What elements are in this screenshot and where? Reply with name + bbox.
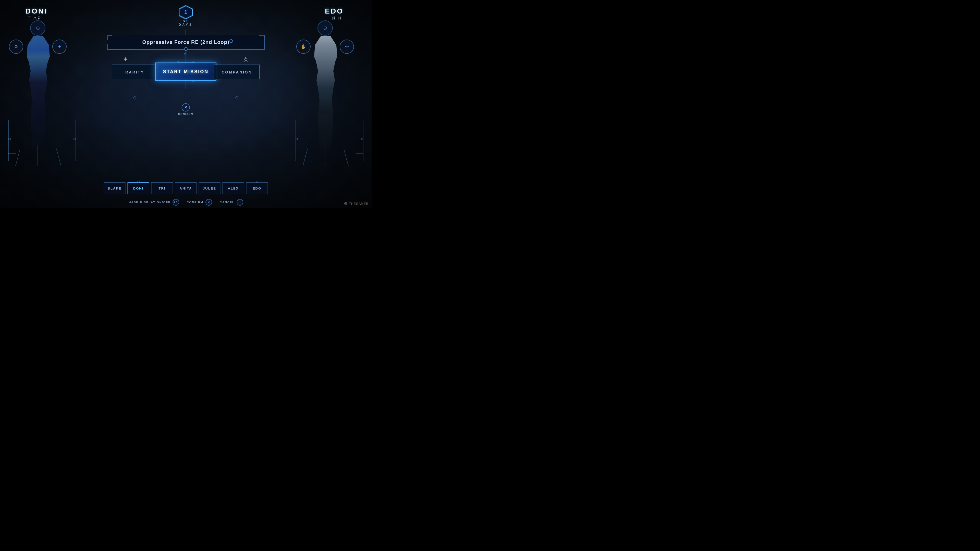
char-head-icon: ⊙: [30, 21, 45, 36]
rarity-box[interactable]: RARITY: [112, 65, 158, 79]
control-label: MASK DISPLAY ON/OFF: [128, 201, 170, 204]
char-selector-doni[interactable]: DONI: [127, 183, 149, 194]
char-figure-right: ⊙ ✋ ❈: [295, 21, 364, 166]
confirm-area: ✕ CONFIRM: [178, 103, 194, 116]
bracket-tl: [107, 35, 112, 40]
dot-left-lower: [8, 138, 11, 140]
char-selector-anita[interactable]: ANITA: [175, 183, 197, 194]
day-unit: DAYS: [179, 23, 193, 27]
control-badge: R3: [172, 199, 179, 206]
companion-box[interactable]: COMPANION: [214, 65, 260, 79]
flow-label-left: 主: [123, 56, 128, 62]
connector-v-right-1: [296, 120, 296, 161]
flow-diagram: 主 次 RARITY START MISSION COMPANION ✕ CON…: [107, 52, 265, 123]
bracket-tr: [259, 35, 264, 40]
control-label: CANCEL: [220, 201, 234, 204]
confirm-label: CONFIRM: [178, 113, 194, 116]
character-panel-right: EDO 陳 輝 ⊙ ✋ ❈: [290, 0, 372, 173]
char-icon-left-2[interactable]: ✦: [52, 40, 67, 54]
character-selector: BLAKEDONITRIANITAJULEEALEXEDO: [104, 183, 268, 194]
mission-title-box: Oppressive Force RE (2nd Loop): [107, 35, 265, 50]
bottom-control-mask-display-on/off[interactable]: MASK DISPLAY ON/OFFR3: [128, 199, 179, 206]
day-counter: 1 ST DAYS: [107, 5, 265, 27]
bottom-bar: MASK DISPLAY ON/OFFR3CONFIRM✕CANCEL○: [128, 199, 243, 206]
connector-v-right-2: [363, 120, 363, 161]
char-selector-tri[interactable]: TRI: [151, 183, 173, 194]
svg-point-16: [134, 97, 136, 99]
char-selector-blake[interactable]: BLAKE: [104, 183, 126, 194]
dot-left-lower-r: [296, 138, 298, 140]
char-selector-label: JULEE: [203, 186, 216, 190]
char-subtitle-right: 陳 輝: [332, 16, 342, 21]
char-selector-label: DONI: [133, 186, 144, 190]
char-selector-edo[interactable]: EDO: [246, 183, 268, 194]
char-selector-label: ALEX: [228, 186, 239, 190]
connector-v-left-2: [76, 120, 76, 161]
char-selector-label: BLAKE: [108, 186, 122, 190]
start-mission-button[interactable]: START MISSION: [155, 62, 216, 81]
char-selector-dot: [256, 181, 258, 183]
day-hexagon: 1: [179, 5, 193, 19]
mission-title-text: Oppressive Force RE (2nd Loop): [142, 39, 229, 45]
char-icon-right-2[interactable]: ❈: [340, 40, 354, 54]
char-body-right: [307, 36, 345, 153]
char-figure-left: ⊙ ⚙ ✦: [8, 21, 76, 166]
char-stand-right: [303, 145, 348, 166]
flow-label-right: 次: [243, 56, 248, 62]
control-badge: ✕: [205, 199, 212, 206]
watermark: ⚙ THEGAMER: [344, 201, 369, 206]
char-name-left: DONI: [25, 7, 48, 15]
confirm-button-circle[interactable]: ✕: [182, 103, 190, 111]
char-selector-dot: [137, 181, 139, 183]
bottom-control-cancel[interactable]: CANCEL○: [220, 199, 243, 206]
char-subtitle-left: 王 文若: [27, 16, 41, 21]
connector-hex-mission: [186, 30, 186, 35]
day-number: 1: [179, 5, 193, 19]
char-selector-label: TRI: [159, 186, 165, 190]
svg-point-17: [235, 97, 238, 99]
char-stand-left: [15, 145, 61, 166]
control-badge: ○: [237, 199, 243, 206]
bracket-bl: [107, 44, 112, 49]
char-selector-julee[interactable]: JULEE: [199, 183, 221, 194]
char-selector-alex[interactable]: ALEX: [223, 183, 244, 194]
char-head-icon-right: ⊙: [318, 21, 333, 36]
char-name-right: EDO: [325, 7, 344, 15]
bottom-control-confirm[interactable]: CONFIRM✕: [187, 199, 212, 206]
dot-right-lower-r: [361, 138, 363, 140]
dot-right-lower: [73, 138, 76, 140]
bracket-br: [259, 44, 264, 49]
watermark-text: THEGAMER: [349, 202, 369, 206]
center-ui: 1 ST DAYS Oppressive Force RE (2nd Loop): [107, 5, 265, 123]
char-selector-label: EDO: [253, 186, 261, 190]
control-label: CONFIRM: [187, 201, 204, 204]
char-body-left: [19, 36, 57, 153]
watermark-icon: ⚙: [344, 201, 348, 206]
day-suffix: ST: [183, 19, 189, 23]
char-icon-right-1[interactable]: ✋: [296, 40, 310, 54]
char-selector-label: ANITA: [180, 186, 192, 190]
connector-h-right: [356, 153, 363, 154]
character-panel-left: DONI 王 文若 ⊙ ⚙ ✦: [0, 0, 82, 173]
connector-v-left-1: [8, 120, 9, 161]
char-icon-left-1[interactable]: ⚙: [9, 40, 23, 54]
connector-h-left: [8, 153, 16, 154]
